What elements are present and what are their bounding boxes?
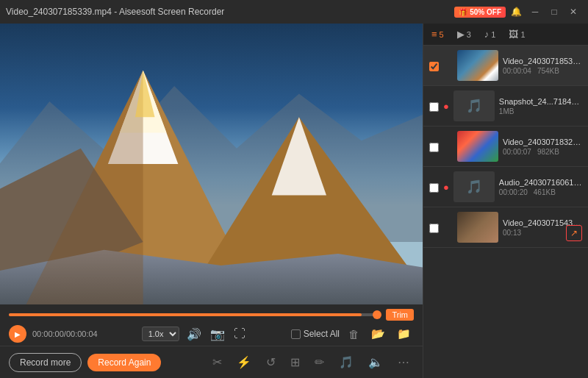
- speed-select[interactable]: 1.0x 0.5x 1.5x 2.0x: [142, 327, 179, 341]
- controls-bar: Trim ▶ 00:00:00/00:00:04 1.0x 0.5x 1.5x …: [0, 304, 423, 346]
- rotate-icon[interactable]: ↺: [262, 352, 280, 372]
- trim-button[interactable]: Trim: [386, 309, 414, 321]
- tab-audio-icon: ♪: [484, 29, 490, 40]
- item-duration-4: 00:13: [503, 229, 521, 237]
- item-thumbnail-3: 🎵: [453, 171, 495, 202]
- item-meta-3: 00:00:20 461KB: [499, 188, 582, 196]
- item-duration-2: 00:00:07: [503, 148, 531, 156]
- titlebar-right: 🎁 50% OFF 🔔 ─ □ ✕: [454, 3, 582, 21]
- record-more-button[interactable]: Record more: [9, 353, 82, 372]
- item-thumbnail-4: [457, 212, 498, 243]
- item-size-1: 1MB: [499, 107, 514, 115]
- titlebar: Video_240307185339.mp4 - Aiseesoft Scree…: [0, 0, 588, 24]
- item-meta-0: 00:00:04 754KB: [503, 67, 582, 75]
- item-duration-3: 00:00:20: [499, 188, 528, 196]
- recording-item[interactable]: ● 🎵 Audio_240307160615.mp3 00:00:20 461K…: [423, 167, 588, 207]
- minimize-btn[interactable]: ─: [526, 3, 544, 21]
- progress-container: Trim: [9, 309, 414, 321]
- tab-video-count: 3: [467, 30, 471, 39]
- time-display: 00:00:00/00:00:04: [32, 329, 98, 338]
- tabs-row: ≡ 5 ▶ 3 ♪ 1 🖼 1: [423, 24, 588, 46]
- item-name-0: Video_240307185339.mp4: [503, 57, 582, 65]
- audio-thumb-icon: 🎵: [466, 179, 482, 195]
- bottom-bar: Record more Record Again ✂ ⚡ ↺ ⊞ ✏ 🎵 🔈 ⋯: [0, 346, 423, 378]
- time-current: 00:00:00: [32, 329, 64, 338]
- recording-item[interactable]: Video_240307154314.mp4 00:13 ↗: [423, 207, 588, 248]
- folder-icon[interactable]: 📁: [394, 326, 414, 342]
- promo-text: 50% OFF: [470, 8, 501, 16]
- share-button-4[interactable]: ↗: [566, 225, 582, 241]
- edit-icon[interactable]: ✏: [310, 352, 329, 372]
- item-size-0: 754KB: [537, 67, 559, 75]
- item-name-2: Video_240307183229.mp4: [503, 138, 582, 146]
- item-meta-2: 00:00:07 982KB: [503, 148, 582, 156]
- select-all-label: Select All: [304, 329, 340, 339]
- tab-all-count: 5: [440, 30, 444, 39]
- item-thumbnail-0: [457, 50, 498, 81]
- item-name-3: Audio_240307160615.mp3: [499, 178, 582, 187]
- titlebar-left: Video_240307185339.mp4 - Aiseesoft Scree…: [6, 7, 224, 17]
- tab-video[interactable]: ▶ 3: [453, 26, 475, 42]
- copy-icon[interactable]: ⊞: [286, 352, 304, 372]
- audio-adj-icon[interactable]: 🎵: [334, 352, 358, 372]
- volume-icon[interactable]: 🔊: [185, 326, 203, 343]
- tab-image-icon: 🖼: [509, 29, 518, 40]
- record-again-button[interactable]: Record Again: [87, 354, 161, 371]
- tab-all[interactable]: ≡ 5: [428, 26, 448, 42]
- tab-image-count: 1: [520, 30, 525, 39]
- item-size-2: 982KB: [537, 148, 559, 156]
- item-thumbnail-2: [457, 131, 498, 162]
- audio-thumb-icon: 🎵: [466, 98, 482, 114]
- tab-all-icon: ≡: [431, 29, 437, 40]
- progress-track[interactable]: [9, 313, 380, 316]
- recording-item[interactable]: ● 🎵 Snapshot_24...7184042.png 1MB: [423, 86, 588, 126]
- recording-item[interactable]: Video_240307185339.mp4 00:00:04 754KB: [423, 46, 588, 86]
- alert-icon: ●: [443, 101, 449, 112]
- tab-audio[interactable]: ♪ 1: [481, 26, 500, 42]
- gift-icon: 🎁: [459, 8, 467, 16]
- tab-video-icon: ▶: [457, 29, 465, 40]
- close-btn[interactable]: ✕: [564, 3, 582, 21]
- item-name-1: Snapshot_24...7184042.png: [499, 97, 582, 106]
- sound-icon[interactable]: 🔈: [364, 352, 387, 372]
- item-thumbnail-1: 🎵: [453, 90, 495, 121]
- main-content: Trim ▶ 00:00:00/00:00:04 1.0x 0.5x 1.5x …: [0, 24, 588, 378]
- adjust-icon[interactable]: ⚡: [232, 352, 256, 372]
- item-info-2: Video_240307183229.mp4 00:00:07 982KB: [503, 138, 582, 156]
- time-total: 00:00:04: [66, 329, 98, 338]
- right-panel: ≡ 5 ▶ 3 ♪ 1 🖼 1 Video_2: [423, 24, 588, 378]
- recording-item[interactable]: Video_240307183229.mp4 00:00:07 982KB: [423, 126, 588, 167]
- promo-badge[interactable]: 🎁 50% OFF: [454, 7, 506, 18]
- item-size-3: 461KB: [534, 188, 556, 196]
- alert-icon: ●: [443, 182, 449, 193]
- playback-row: ▶ 00:00:00/00:00:04 1.0x 0.5x 1.5x 2.0x …: [9, 325, 414, 343]
- camera-icon[interactable]: 📷: [209, 326, 226, 343]
- item-duration-0: 00:00:04: [503, 67, 531, 75]
- item-checkbox-0[interactable]: [429, 61, 439, 71]
- cut-icon[interactable]: ✂: [208, 352, 226, 372]
- progress-fill: [9, 313, 362, 316]
- left-panel: Trim ▶ 00:00:00/00:00:04 1.0x 0.5x 1.5x …: [0, 24, 423, 378]
- delete-icon[interactable]: 🗑: [345, 327, 362, 342]
- item-checkbox-2[interactable]: [429, 142, 439, 151]
- select-all-row: Select All: [291, 329, 340, 339]
- item-info-1: Snapshot_24...7184042.png 1MB: [499, 97, 582, 115]
- tab-image[interactable]: 🖼 1: [505, 26, 528, 42]
- more-icon[interactable]: ⋯: [393, 352, 414, 372]
- item-meta-1: 1MB: [499, 107, 582, 115]
- notification-btn[interactable]: 🔔: [507, 3, 525, 21]
- play-button[interactable]: ▶: [9, 325, 26, 343]
- item-info-0: Video_240307185339.mp4 00:00:04 754KB: [503, 57, 582, 75]
- select-all-checkbox[interactable]: [291, 329, 301, 339]
- recordings-list[interactable]: Video_240307185339.mp4 00:00:04 754KB ● …: [423, 46, 588, 378]
- item-checkbox-3[interactable]: [429, 182, 439, 192]
- video-area: [0, 24, 423, 304]
- fullscreen-icon[interactable]: ⛶: [232, 326, 247, 342]
- item-checkbox-4[interactable]: [429, 223, 439, 232]
- maximize-btn[interactable]: □: [545, 3, 563, 21]
- progress-thumb: [373, 310, 381, 319]
- app-title: Video_240307185339.mp4 - Aiseesoft Scree…: [6, 7, 224, 17]
- item-checkbox-1[interactable]: [429, 101, 439, 111]
- folder-open-icon[interactable]: 📂: [368, 326, 388, 342]
- item-info-3: Audio_240307160615.mp3 00:00:20 461KB: [499, 178, 582, 196]
